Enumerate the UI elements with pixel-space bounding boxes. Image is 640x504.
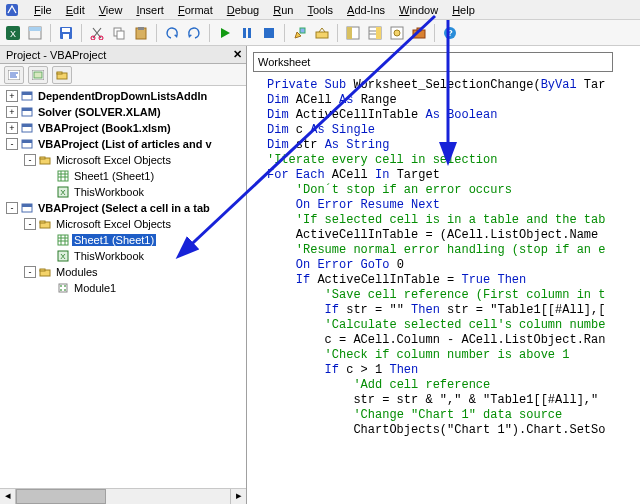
view-object-icon[interactable] <box>28 66 48 84</box>
svg-rect-16 <box>264 28 274 38</box>
tree-node-label: VBAProject (Book1.xlsm) <box>36 122 173 134</box>
svg-rect-11 <box>117 31 124 39</box>
tree-node-label: Microsoft Excel Objects <box>54 218 173 230</box>
project-icon <box>20 121 34 135</box>
svg-rect-14 <box>243 28 246 38</box>
pause-icon[interactable] <box>238 24 256 42</box>
toggle-folders-icon[interactable] <box>52 66 72 84</box>
tree-node[interactable]: -Microsoft Excel Objects <box>2 152 246 168</box>
tree-node[interactable]: XThisWorkbook <box>2 248 246 264</box>
tree-toggle-icon[interactable]: - <box>24 218 36 230</box>
help-icon[interactable]: ? <box>441 24 459 42</box>
tree-node[interactable]: Module1 <box>2 280 246 296</box>
tree-node[interactable]: +DependentDropDownListsAddIn <box>2 88 246 104</box>
tree-node-label: VBAProject (List of articles and v <box>36 138 214 150</box>
paste-icon[interactable] <box>132 24 150 42</box>
cut-icon[interactable] <box>88 24 106 42</box>
menu-insert[interactable]: Insert <box>130 2 170 18</box>
close-icon[interactable]: ✕ <box>230 48 244 62</box>
tree-toggle-icon[interactable]: + <box>6 90 18 102</box>
project-tree[interactable]: +DependentDropDownListsAddIn+Solver (SOL… <box>0 86 246 488</box>
svg-rect-15 <box>248 28 251 38</box>
tree-node-label: DependentDropDownListsAddIn <box>36 90 209 102</box>
tree-node[interactable]: Sheet1 (Sheet1) <box>2 232 246 248</box>
horizontal-scrollbar[interactable]: ◂ ▸ <box>0 488 246 504</box>
object-dropdown[interactable]: Worksheet <box>253 52 613 72</box>
tree-toggle-icon[interactable]: - <box>24 266 36 278</box>
tree-toggle-icon[interactable]: + <box>6 122 18 134</box>
stop-icon[interactable] <box>260 24 278 42</box>
save-icon[interactable] <box>57 24 75 42</box>
svg-rect-69 <box>59 284 67 292</box>
project-explorer-icon[interactable] <box>344 24 362 42</box>
svg-text:?: ? <box>447 28 453 38</box>
svg-point-26 <box>394 30 400 36</box>
svg-rect-28 <box>417 28 421 31</box>
menu-tools[interactable]: Tools <box>301 2 339 18</box>
project-explorer-panel: Project - VBAProject ✕ +DependentDropDow… <box>0 46 247 504</box>
copy-icon[interactable] <box>110 24 128 42</box>
code-panel: Worksheet Private Sub Worksheet_Selectio… <box>247 46 640 504</box>
tree-node[interactable]: -Modules <box>2 264 246 280</box>
svg-rect-57 <box>22 204 32 207</box>
menu-file[interactable]: File <box>28 2 58 18</box>
code-editor[interactable]: Private Sub Worksheet_SelectionChange(By… <box>247 74 640 504</box>
tree-node[interactable]: -VBAProject (List of articles and v <box>2 136 246 152</box>
tree-toggle-icon[interactable]: - <box>6 138 18 150</box>
tree-node[interactable]: -VBAProject (Select a cell in a tab <box>2 200 246 216</box>
excel-icon[interactable]: X <box>4 24 22 42</box>
tree-node-label: ThisWorkbook <box>72 250 146 262</box>
menu-add-ins[interactable]: Add-Ins <box>341 2 391 18</box>
toolbar-separator <box>50 24 51 42</box>
svg-rect-60 <box>58 235 68 245</box>
view-code-icon[interactable] <box>4 66 24 84</box>
tree-node-label: Sheet1 (Sheet1) <box>72 170 156 182</box>
toolbar-separator <box>209 24 210 42</box>
properties-icon[interactable] <box>366 24 384 42</box>
tree-node-label: Sheet1 (Sheet1) <box>72 234 156 246</box>
menu-view[interactable]: View <box>93 2 129 18</box>
toolbox-icon[interactable] <box>410 24 428 42</box>
project-explorer-title: Project - VBAProject <box>6 49 106 61</box>
object-browser-icon[interactable] <box>388 24 406 42</box>
svg-rect-46 <box>22 140 32 143</box>
folder-icon <box>38 217 52 231</box>
tree-toggle-icon[interactable]: - <box>6 202 18 214</box>
tree-node[interactable]: +VBAProject (Book1.xlsm) <box>2 120 246 136</box>
project-icon <box>20 89 34 103</box>
svg-rect-38 <box>57 72 62 74</box>
svg-rect-7 <box>63 34 69 39</box>
toolbar-separator <box>156 24 157 42</box>
undo-icon[interactable] <box>163 24 181 42</box>
tree-node[interactable]: Sheet1 (Sheet1) <box>2 168 246 184</box>
menu-format[interactable]: Format <box>172 2 219 18</box>
tree-toggle-icon[interactable]: + <box>6 106 18 118</box>
tree-node-label: ThisWorkbook <box>72 186 146 198</box>
scrollbar-thumb[interactable] <box>16 489 106 504</box>
tree-node[interactable]: XThisWorkbook <box>2 184 246 200</box>
menu-window[interactable]: Window <box>393 2 444 18</box>
svg-text:X: X <box>60 252 66 261</box>
switch-view-icon[interactable] <box>26 24 44 42</box>
svg-rect-44 <box>22 124 32 127</box>
menu-edit[interactable]: Edit <box>60 2 91 18</box>
tree-node-label: Module1 <box>72 282 118 294</box>
toolbar: X ? <box>0 20 640 46</box>
tree-toggle-icon[interactable]: - <box>24 154 36 166</box>
menu-debug[interactable]: Debug <box>221 2 265 18</box>
menu-help[interactable]: Help <box>446 2 481 18</box>
toolbar-separator <box>337 24 338 42</box>
tree-node[interactable]: +Solver (SOLVER.XLAM) <box>2 104 246 120</box>
menu-run[interactable]: Run <box>267 2 299 18</box>
tree-node-label: VBAProject (Select a cell in a tab <box>36 202 212 214</box>
redo-icon[interactable] <box>185 24 203 42</box>
toolbar-separator <box>434 24 435 42</box>
tool-icon[interactable] <box>313 24 331 42</box>
tree-node[interactable]: -Microsoft Excel Objects <box>2 216 246 232</box>
svg-point-71 <box>64 285 66 287</box>
design-mode-icon[interactable] <box>291 24 309 42</box>
vba-app-icon <box>4 2 20 18</box>
svg-rect-49 <box>58 171 68 181</box>
run-icon[interactable] <box>216 24 234 42</box>
toolbar-separator <box>284 24 285 42</box>
